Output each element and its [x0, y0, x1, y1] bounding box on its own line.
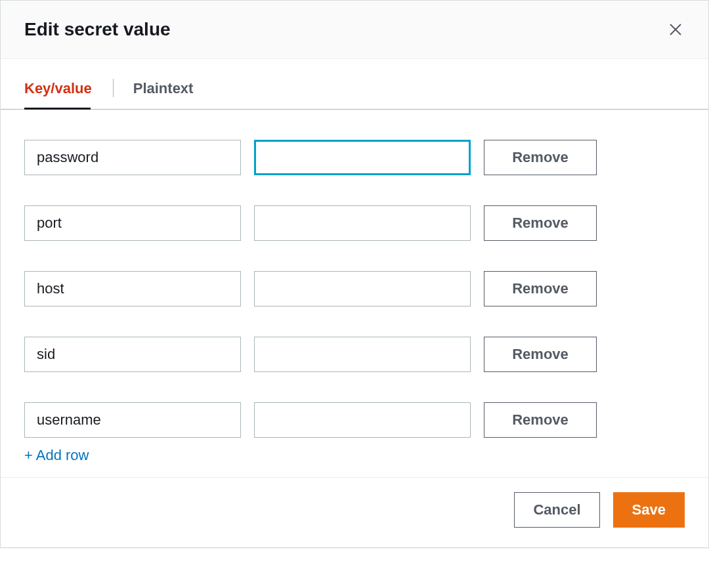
key-value-rows: Remove Remove Remove Remove Remove + Add…	[1, 110, 708, 477]
value-input[interactable]	[254, 140, 471, 175]
value-input[interactable]	[254, 205, 471, 241]
remove-button[interactable]: Remove	[484, 337, 597, 372]
remove-button[interactable]: Remove	[484, 140, 597, 175]
add-row-link[interactable]: + Add row	[24, 447, 89, 464]
modal-title: Edit secret value	[24, 19, 171, 40]
value-input[interactable]	[254, 271, 471, 306]
kv-row: Remove	[24, 402, 685, 438]
key-input[interactable]	[24, 271, 241, 306]
value-input[interactable]	[254, 337, 471, 372]
remove-button[interactable]: Remove	[484, 271, 597, 306]
tab-divider	[113, 79, 114, 97]
close-icon	[668, 22, 683, 37]
kv-row: Remove	[24, 140, 685, 175]
kv-row: Remove	[24, 271, 685, 306]
cancel-button[interactable]: Cancel	[514, 492, 599, 528]
modal-header: Edit secret value	[1, 1, 708, 59]
remove-button[interactable]: Remove	[484, 205, 597, 241]
key-input[interactable]	[24, 337, 241, 372]
kv-row: Remove	[24, 205, 685, 241]
key-input[interactable]	[24, 140, 241, 175]
kv-row: Remove	[24, 337, 685, 372]
value-input[interactable]	[254, 402, 471, 438]
edit-secret-modal: Edit secret value Key/value Plaintext Re…	[0, 0, 709, 548]
close-button[interactable]	[666, 20, 685, 39]
key-input[interactable]	[24, 402, 241, 438]
modal-footer: Cancel Save	[1, 477, 708, 547]
tabs: Key/value Plaintext	[1, 71, 708, 110]
key-input[interactable]	[24, 205, 241, 241]
save-button[interactable]: Save	[613, 492, 685, 528]
tab-plaintext[interactable]: Plaintext	[133, 71, 215, 109]
remove-button[interactable]: Remove	[484, 402, 597, 438]
tab-key-value[interactable]: Key/value	[24, 71, 113, 109]
